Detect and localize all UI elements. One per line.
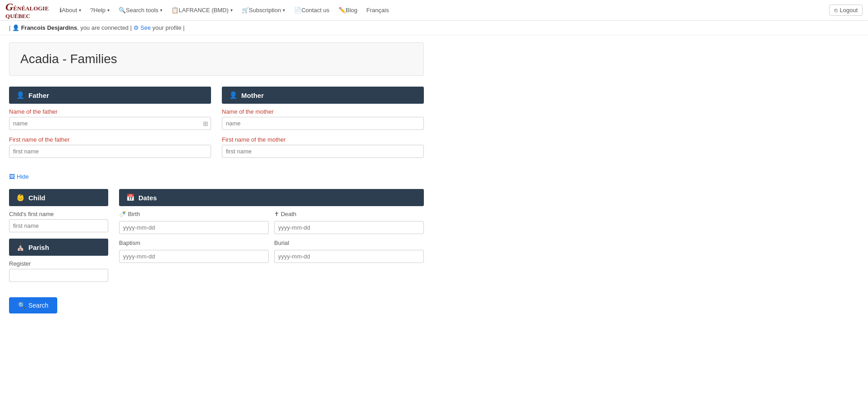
hide-toggle[interactable]: 🖼 Hide	[9, 173, 424, 180]
baptism-label: Baptism	[119, 240, 269, 246]
lafrance-icon: 📋	[171, 7, 179, 14]
child-firstname-label: Child's first name	[9, 211, 108, 217]
mother-name-input[interactable]	[222, 117, 424, 130]
burial-group: Burial	[274, 240, 424, 263]
see-profile-link[interactable]: See	[140, 24, 151, 31]
brand-big-g: G	[5, 1, 13, 13]
page-title: Acadia - Families	[20, 52, 413, 66]
baptism-group: Baptism	[119, 240, 269, 263]
mother-firstname-group: First name of the mother	[222, 136, 424, 158]
baptism-input[interactable]	[119, 250, 269, 263]
mother-name-label: Name of the mother	[222, 108, 424, 115]
father-name-group: Name of the father ⊞	[9, 108, 211, 130]
death-input[interactable]	[274, 221, 424, 234]
nav-lafrance[interactable]: 📋 LAFRANCE (BMD) ▾	[168, 0, 236, 21]
dates-grid: 🍼 Birth ✝ Death Baptism	[119, 211, 424, 263]
father-name-wrapper: ⊞	[9, 117, 211, 130]
dates-col: 📅 Dates 🍼 Birth ✝ Death	[119, 189, 424, 288]
logout-icon: ⎋	[834, 7, 838, 14]
death-label: ✝ Death	[274, 211, 424, 217]
navbar: GÉNÉALOGIEQUÉBEC ℹ About ▾ ? Help ▾ 🔍 Se…	[0, 0, 868, 21]
nav-contact[interactable]: 📄 Contact us	[290, 0, 333, 21]
parish-register-input[interactable]	[9, 269, 108, 282]
child-firstname-input[interactable]	[9, 219, 108, 232]
birth-label: 🍼 Birth	[119, 211, 269, 217]
burial-input[interactable]	[274, 250, 424, 263]
parish-header: ⛪ Parish	[9, 239, 108, 256]
death-group: ✝ Death	[274, 211, 424, 234]
user-name: Francois Desjardins	[21, 24, 77, 31]
parents-section: 👤 Father Name of the father ⊞ First name…	[9, 87, 424, 164]
parish-register-group: Register	[9, 260, 108, 282]
main-content: Acadia - Families 👤 Father Name of the f…	[0, 35, 433, 321]
parish-register-label: Register	[9, 260, 108, 267]
user-icon: 👤	[12, 24, 19, 31]
page-title-box: Acadia - Families	[9, 42, 424, 76]
father-name-icon: ⊞	[203, 120, 208, 127]
father-icon: 👤	[16, 91, 25, 99]
subscription-icon: 🛒	[242, 7, 249, 14]
about-caret: ▾	[79, 8, 81, 13]
blog-icon: ✏️	[339, 7, 346, 14]
search-tools-caret: ▾	[160, 8, 162, 13]
mother-icon: 👤	[229, 91, 238, 99]
father-firstname-input[interactable]	[9, 145, 211, 158]
child-icon: 👶	[16, 193, 25, 202]
user-bar: | 👤 Francois Desjardins, you are connect…	[0, 21, 868, 35]
brand-logo: GÉNÉALOGIEQUÉBEC	[5, 1, 49, 19]
bottom-section: 👶 Child Child's first name ⛪ Parish Regi…	[9, 189, 424, 288]
lafrance-caret: ▾	[230, 8, 233, 13]
father-section: 👤 Father Name of the father ⊞ First name…	[9, 87, 211, 164]
contact-icon: 📄	[294, 7, 301, 14]
father-name-input[interactable]	[9, 117, 211, 130]
birth-input[interactable]	[119, 221, 269, 234]
father-name-label: Name of the father	[9, 108, 211, 115]
nav-about[interactable]: ℹ About ▾	[56, 0, 85, 21]
child-parish-col: 👶 Child Child's first name ⛪ Parish Regi…	[9, 189, 108, 288]
birth-group: 🍼 Birth	[119, 211, 269, 234]
mother-name-group: Name of the mother	[222, 108, 424, 130]
dates-icon: 📅	[126, 193, 135, 202]
father-firstname-group: First name of the father	[9, 136, 211, 158]
birth-icon: 🍼	[119, 211, 126, 217]
nav-help[interactable]: ? Help ▾	[87, 0, 113, 21]
subscription-caret: ▾	[283, 8, 285, 13]
search-button-icon: 🔍	[18, 302, 26, 309]
nav-search-tools[interactable]: 🔍 Search tools ▾	[115, 0, 166, 21]
mother-firstname-input[interactable]	[222, 145, 424, 158]
help-icon: ?	[90, 7, 93, 14]
death-icon: ✝	[274, 211, 279, 217]
search-tools-icon: 🔍	[119, 7, 126, 14]
help-caret: ▾	[107, 8, 110, 13]
hide-icon: 🖼	[9, 173, 15, 180]
parish-icon: ⛪	[16, 243, 25, 251]
mother-header: 👤 Mother	[222, 87, 424, 104]
logout-button[interactable]: ⎋ Logout	[829, 5, 863, 16]
child-firstname-group: Child's first name	[9, 211, 108, 232]
nav-blog[interactable]: ✏️ Blog	[335, 0, 361, 21]
mother-firstname-label: First name of the mother	[222, 136, 424, 143]
search-button[interactable]: 🔍 Search	[9, 297, 57, 313]
father-firstname-label: First name of the father	[9, 136, 211, 143]
mother-section: 👤 Mother Name of the mother First name o…	[222, 87, 424, 164]
burial-label: Burial	[274, 240, 424, 246]
father-header: 👤 Father	[9, 87, 211, 104]
nav-lang[interactable]: Français	[363, 0, 393, 21]
brand-logo-link[interactable]: GÉNÉALOGIEQUÉBEC	[5, 1, 49, 19]
dates-header: 📅 Dates	[119, 189, 424, 206]
gear-icon: ⚙	[133, 24, 139, 31]
nav-subscription[interactable]: 🛒 Subscription ▾	[238, 0, 289, 21]
child-header: 👶 Child	[9, 189, 108, 206]
